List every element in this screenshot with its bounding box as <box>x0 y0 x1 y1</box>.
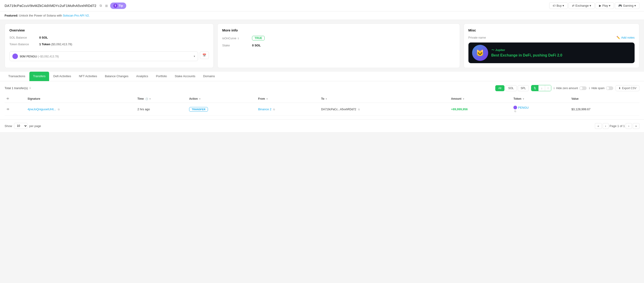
exchange-button[interactable]: ⇄ Exchange ▾ <box>568 2 595 9</box>
stake-label: Stake <box>222 44 252 47</box>
wallet-address: DA719cPaCcuV9ivMZkC4dXMDYc2uF1MufnA5vxhR… <box>4 4 96 8</box>
total-info-icon[interactable]: ℹ <box>30 87 30 90</box>
more-info-title: More info <box>222 28 455 32</box>
filter-spl-button[interactable]: SPL <box>518 85 529 91</box>
row-amount-cell: +89,999,956 <box>449 103 512 116</box>
tab-defi-activities[interactable]: Defi Activities <box>50 72 74 81</box>
per-page-label: per page <box>30 124 41 128</box>
qr-code-button[interactable]: ⊞ <box>104 4 109 8</box>
ad-banner[interactable]: 🐱 〜 Jupiter Best Exchange in DeFi, pushi… <box>468 43 634 63</box>
hide-spam-label: Hide spam <box>592 87 604 90</box>
token-link[interactable]: PENGU <box>514 106 568 109</box>
misc-title: Misc <box>468 28 634 32</box>
tab-transactions[interactable]: Transactions <box>4 72 29 81</box>
per-page-select[interactable]: 10 25 50 100 <box>14 123 28 129</box>
filter-all-button[interactable]: All <box>495 85 504 91</box>
is-on-curve-value: TRUE <box>252 36 264 41</box>
filter-sol-button[interactable]: SOL <box>506 85 517 91</box>
row-eye-icon[interactable]: 👁 <box>6 108 10 111</box>
sol-balance-row: SOL Balance 0 SOL <box>10 36 209 39</box>
tab-transfers[interactable]: Transfers <box>30 72 49 81</box>
copy-address-button[interactable]: ⧉ <box>99 3 103 8</box>
token-count: 1 Token <box>39 43 50 46</box>
header-icon-group: ⧉ ⊞ $ Tip <box>99 3 126 9</box>
tab-nft-activities[interactable]: NFT Activities <box>75 72 101 81</box>
total-text-value: Total 1 transfer(s) <box>4 86 28 90</box>
tab-domains[interactable]: Domains <box>200 72 218 81</box>
first-page-button[interactable]: « <box>595 123 602 129</box>
export-csv-button[interactable]: ⬇ Export CSV <box>616 85 640 91</box>
private-name-row: Private name ✏️ Add notes <box>468 36 634 39</box>
table-header-row: 👁 Signature Time 🕐 ▾ Action ▾ From ▾ <box>4 95 640 103</box>
col-to: To ▾ <box>319 95 449 103</box>
row-to-cell: DA719cPaCc...A5vxhRDd72 ⧉ <box>319 103 449 116</box>
hide-zero-toggle[interactable] <box>579 86 586 90</box>
total-pages: 1 <box>623 124 625 128</box>
tip-button[interactable]: $ Tip <box>110 3 126 9</box>
row-eye-cell: 👁 <box>4 103 26 116</box>
hide-spam-info-icon: ℹ <box>589 87 590 90</box>
token-copy-icon[interactable]: ⧉ <box>514 110 516 113</box>
col-action: Action ▾ <box>187 95 256 103</box>
last-page-button[interactable]: » <box>633 123 640 129</box>
exchange-chevron-icon: ▾ <box>590 4 591 7</box>
hide-spam-toggle[interactable] <box>606 86 613 90</box>
token-filter-icon[interactable]: ▾ <box>523 98 524 100</box>
table-controls: Total 1 transfer(s) ℹ All SOL SPL ⇅ ↓ ↑ … <box>4 85 640 91</box>
sol-balance-label: SOL Balance <box>10 36 39 39</box>
col-value: Value <box>570 95 640 103</box>
buy-button[interactable]: 🏷 Buy ▾ <box>549 2 568 9</box>
signature-copy-icon[interactable]: ⧉ <box>58 108 60 111</box>
action-filter-icon[interactable]: ▾ <box>199 98 200 100</box>
time-filter-icon[interactable]: ▾ <box>150 98 150 100</box>
tab-portfolio[interactable]: Portfolio <box>152 72 171 81</box>
featured-link[interactable]: Solscan Pro API V2. <box>63 14 90 17</box>
stake-row: Stake 0 SOL <box>222 44 455 47</box>
calendar-button[interactable]: 📅 <box>200 52 209 59</box>
to-col-label: To <box>321 97 324 100</box>
amount-filter-icon[interactable]: ▾ <box>463 98 464 100</box>
tab-analytics[interactable]: Analytics <box>133 72 152 81</box>
token-select-usd: (~$3,092,413.78) <box>38 55 59 58</box>
export-label: Export CSV <box>622 87 636 90</box>
row-time-cell: 2 hrs ago <box>136 103 188 116</box>
cards-row: Overview SOL Balance 0 SOL Token Balance… <box>0 20 644 72</box>
col-amount: Amount ▾ <box>449 95 512 103</box>
from-filter-icon[interactable]: ▾ <box>266 98 268 100</box>
to-copy-icon[interactable]: ⧉ <box>358 108 360 111</box>
tab-stake-accounts[interactable]: Stake Accounts <box>171 72 199 81</box>
from-address-link[interactable]: Binance 2 <box>258 108 272 111</box>
is-on-curve-info-icon[interactable]: ℹ <box>238 37 239 40</box>
sort-up-button[interactable]: ↑ <box>545 85 551 91</box>
token-name-value: PENGU <box>518 106 528 109</box>
add-notes-button[interactable]: ✏️ Add notes <box>616 36 634 39</box>
signature-link[interactable]: 4jneJoQniguoetUHt... <box>28 108 56 111</box>
of-text: of <box>620 124 622 128</box>
col-token: Token ▾ <box>512 95 570 103</box>
token-selector[interactable]: 90M PENGU (~$3,092,413.78) ▾ <box>10 52 198 61</box>
next-page-button[interactable]: › <box>626 123 632 129</box>
tip-icon: $ <box>114 4 118 8</box>
time-col-label: Time <box>138 97 144 100</box>
pagination: Show 10 25 50 100 per page « ‹ Page 1 of… <box>0 119 644 132</box>
gaming-button[interactable]: 🎮 Gaming ▾ <box>615 2 640 9</box>
from-copy-icon[interactable]: ⧉ <box>273 108 275 111</box>
row-signature-cell: 4jneJoQniguoetUHt... ⧉ <box>26 103 136 116</box>
page-text: Page <box>610 124 616 128</box>
prev-page-button[interactable]: ‹ <box>603 123 609 129</box>
jupiter-wave-icon: 〜 <box>492 48 494 52</box>
play-button[interactable]: ▶ Play ▾ <box>596 2 614 9</box>
value-amount: $3,128,999.67 <box>572 108 590 111</box>
sort-swap-button[interactable]: ⇅ <box>531 85 538 91</box>
tab-balance-changes[interactable]: Balance Changes <box>101 72 132 81</box>
to-filter-icon[interactable]: ▾ <box>326 98 327 100</box>
hide-zero-toggle-group: ℹ Hide zero amount <box>554 86 586 90</box>
token-name-text: 90M PENGU <box>20 55 37 58</box>
token-balance-row: Token Balance 1 Token ($3,092,413.78) <box>10 43 209 46</box>
ad-headline: Best Exchange in DeFi, pushing DeFi 2.0 <box>492 53 631 58</box>
token-usd-balance: ($3,092,413.78) <box>51 43 72 46</box>
sort-down-button[interactable]: ↓ <box>538 85 545 91</box>
page-indicator: Page 1 of 1 <box>610 124 625 128</box>
overview-title: Overview <box>10 28 209 32</box>
current-page: 1 <box>618 124 619 128</box>
